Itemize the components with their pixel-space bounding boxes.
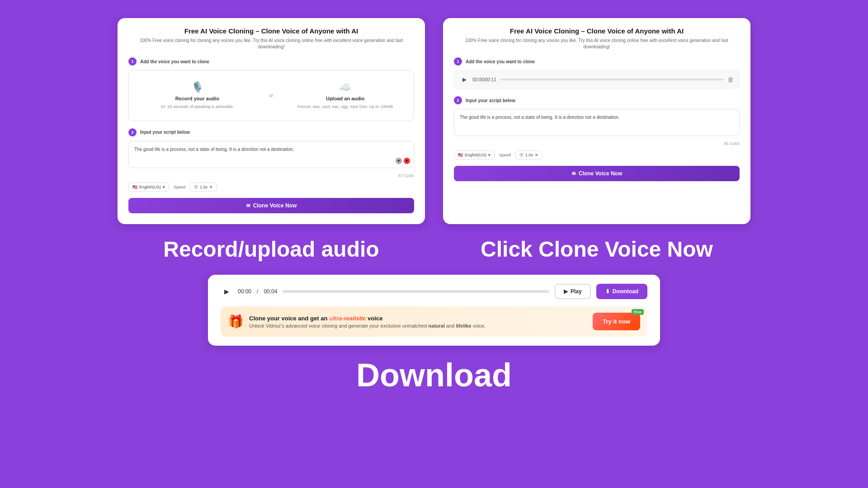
promo-desc-bold2: lifelike [456, 323, 471, 328]
promo-title: Clone your voice and get an ultra-realis… [249, 315, 587, 322]
microphone-icon: 🎙️ [191, 81, 203, 93]
step1-row-right: 1 Add the voice you want to clone [454, 57, 740, 66]
lang-value-left: English(US) [139, 185, 161, 189]
script-area-right[interactable]: The good life is a process, not a state … [454, 109, 740, 136]
trash-icon-uploaded[interactable]: 🗑 [727, 76, 734, 83]
try-btn-wrapper: Try it now Free [593, 313, 640, 330]
promo-banner: 🎁 Clone your voice and get an ultra-real… [221, 306, 647, 337]
record-title: Record your audio [175, 96, 219, 101]
upload-area: 🎙️ Record your audio 10 -20 seconds of s… [128, 70, 414, 121]
speed-value-right: 1.0x [525, 153, 533, 157]
waveform-icon-left: ≋ [246, 202, 250, 209]
script-text-left: The good life is a process, not a state … [134, 146, 408, 153]
card-left-subtitle: 100% Free voice cloning for cloning any … [128, 38, 414, 50]
controls-row-right: 🇺🇸 English(US) ▾ Speed ⏱ 1.0x ✕ [454, 150, 740, 160]
promo-title-suffix: voice [368, 315, 382, 322]
speed-close-left: ✕ [209, 185, 213, 189]
record-half[interactable]: 🎙️ Record your audio 10 -20 seconds of s… [129, 70, 266, 121]
play-outline-icon: ▶ [564, 288, 568, 295]
step1-row-left: 1 Add the voice you want to clone [128, 57, 414, 66]
step2-label-right: Input your script below [466, 98, 515, 103]
flag-icon-left: 🇺🇸 [132, 185, 137, 189]
script-icons-left: ● ● [396, 158, 410, 164]
total-time: 00:04 [264, 288, 277, 295]
speed-label-left: Speed [174, 185, 185, 189]
card-right-subtitle: 100% Free voice cloning for cloning any … [454, 38, 740, 50]
speed-label-right: Speed [499, 153, 511, 157]
promo-text: Clone your voice and get an ultra-realis… [249, 315, 587, 328]
promo-desc-middle: and [446, 323, 454, 328]
step1-badge-left: 1 [128, 57, 137, 66]
clone-btn-label-left: Clone Voice Now [253, 202, 297, 209]
progress-bar-uploaded[interactable] [500, 79, 724, 80]
step1-label-left: Add the voice you want to clone [140, 59, 209, 64]
download-label: Download [613, 288, 638, 295]
caption-right: Click Clone Voice Now [443, 238, 750, 262]
play-outline-button[interactable]: ▶ Play [555, 284, 591, 299]
bottom-card: ▶ 00:00 / 00:04 ▶ Play ⬇ Download 🎁 Clon… [208, 275, 660, 346]
step2-row-left: 2 Input your script below [128, 128, 414, 136]
cloud-upload-icon: ☁️ [339, 81, 351, 93]
step2-badge-right: 2 [454, 96, 462, 104]
top-row: Free AI Voice Cloning – Clone Voice of A… [27, 18, 841, 224]
step1-label-right: Add the voice you want to clone [466, 59, 535, 64]
clone-btn-label-right: Clone Voice Now [579, 170, 622, 177]
waveform-icon-right: ≋ [571, 170, 576, 177]
card-right-title: Free AI Voice Cloning – Clone Voice of A… [454, 27, 740, 35]
clock-icon-right: ⏱ [519, 153, 524, 157]
or-divider: or [266, 70, 277, 121]
script-icon-red: ● [404, 158, 410, 164]
promo-title-highlight: ultra-realistic [329, 315, 366, 322]
clone-btn-right[interactable]: ≋ Clone Voice Now [454, 166, 740, 181]
clock-icon-left: ⏱ [194, 185, 198, 189]
step-captions: Record/upload audio Click Clone Voice No… [27, 238, 841, 262]
caption-left: Record/upload audio [118, 238, 425, 262]
record-desc: 10 -20 seconds of speaking is advisable. [160, 104, 234, 110]
upload-desc: Format: wav, mp3, oac, ogg, mp4 Size: Up… [297, 104, 393, 110]
step2-row-right: 2 Input your script below [454, 96, 740, 104]
flag-icon-right: 🇺🇸 [458, 153, 463, 157]
download-button[interactable]: ⬇ Download [596, 284, 647, 299]
upload-half[interactable]: ☁️ Upload an audio Format: wav, mp3, oac… [277, 70, 414, 121]
main-container: Free AI Voice Cloning – Clone Voice of A… [0, 0, 868, 488]
upload-title: Upload an audio [326, 96, 365, 101]
speed-value-left: 1.0x [200, 185, 208, 189]
controls-row-left: 🇺🇸 English(US) ▾ Speed ⏱ 1.0x ✕ [128, 183, 414, 192]
script-icon-gray: ● [396, 158, 402, 164]
audio-player-uploaded: ▶ 00:00/00:11 🗑 [454, 70, 740, 89]
play-outline-label: Play [571, 288, 582, 295]
try-it-now-button[interactable]: Try it now [593, 313, 640, 330]
promo-title-plain: Clone your voice and get an [249, 315, 327, 322]
lang-select-right[interactable]: 🇺🇸 English(US) ▾ [454, 150, 495, 160]
promo-desc: Unlock Vidnoz's advanced voice cloning a… [249, 323, 587, 328]
promo-desc-suffix: voice. [473, 323, 486, 328]
try-btn-label: Try it now [603, 318, 630, 325]
speed-control-left[interactable]: ⏱ 1.0x ✕ [190, 183, 217, 192]
current-time: 00:00 [238, 288, 251, 295]
time-separator: / [257, 288, 258, 295]
play-btn-uploaded[interactable]: ▶ [460, 75, 469, 84]
free-badge: Free [632, 309, 644, 315]
script-text-right: The good life is a process, not a state … [460, 114, 734, 121]
screenshot-card-left: Free AI Voice Cloning – Clone Voice of A… [118, 18, 425, 224]
promo-icon: 🎁 [228, 314, 244, 329]
lang-select-left[interactable]: 🇺🇸 English(US) ▾ [128, 183, 169, 192]
main-player-row: ▶ 00:00 / 00:04 ▶ Play ⬇ Download [221, 284, 647, 299]
main-play-btn[interactable]: ▶ [221, 286, 232, 297]
chevron-icon-right: ▾ [488, 153, 491, 157]
download-icon: ⬇ [605, 288, 610, 295]
chevron-icon-left: ▾ [163, 185, 165, 189]
step1-badge-right: 1 [454, 57, 462, 66]
audio-time-uploaded: 00:00/00:11 [472, 77, 496, 82]
main-progress-bar[interactable] [283, 290, 549, 293]
char-count-right: 85 /1000 [454, 141, 740, 146]
step2-label-left: Input your script below [140, 130, 190, 135]
clone-btn-left[interactable]: ≋ Clone Voice Now [128, 198, 414, 213]
script-area-left[interactable]: The good life is a process, not a state … [128, 141, 414, 168]
card-left-title: Free AI Voice Cloning – Clone Voice of A… [128, 27, 414, 35]
screenshot-card-right: Free AI Voice Cloning – Clone Voice of A… [443, 18, 750, 224]
char-count-left: 87 /1000 [128, 174, 414, 178]
download-heading: Download [356, 357, 512, 394]
promo-desc-prefix: Unlock Vidnoz's advanced voice cloning a… [249, 323, 427, 328]
speed-control-right[interactable]: ⏱ 1.0x ✕ [515, 150, 542, 160]
